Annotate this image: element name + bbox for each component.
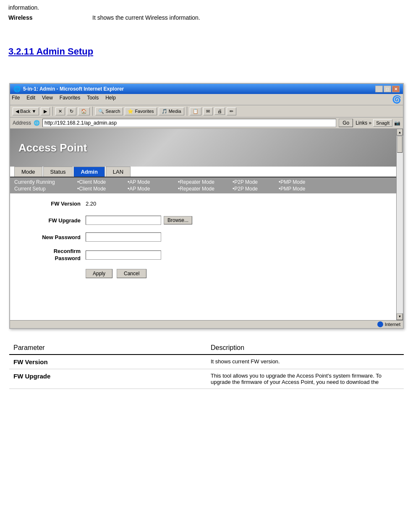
fw-version-label: FW Version <box>18 201 86 207</box>
browser-window: 🌐 5-in-1: Admin - Microsoft Internet Exp… <box>9 83 404 329</box>
mail-button[interactable]: ✉ <box>203 107 213 115</box>
ie-icon: 🌐 <box>13 86 21 92</box>
section-heading: 3.2.11 Admin Setup <box>8 46 405 57</box>
scroll-up-button[interactable]: ▲ <box>397 129 403 136</box>
apply-button[interactable]: Apply <box>86 269 112 278</box>
snagit-button[interactable]: SnagIt <box>373 119 392 127</box>
new-password-row: New Password <box>18 231 388 243</box>
new-password-input[interactable] <box>86 232 161 242</box>
mode-pmp2: •PMP Mode <box>279 186 305 192</box>
params-table: Parameter Description FW Version It show… <box>9 342 404 389</box>
browser-menubar: File Edit View Favorites Tools Help 🌀 <box>10 94 403 105</box>
history-button[interactable]: 📋 <box>190 107 201 115</box>
reconfirm-row: ReconfirmPassword <box>18 248 388 262</box>
mode-p2p1: •P2P Mode <box>233 179 270 185</box>
new-password-label: New Password <box>18 234 86 240</box>
param-fw-version: FW Version <box>9 355 206 369</box>
menu-favorites[interactable]: Favorites <box>60 95 80 104</box>
content-spacer <box>10 287 396 320</box>
action-row: Apply Cancel <box>86 269 388 278</box>
menu-file[interactable]: File <box>12 95 20 104</box>
globe-icon <box>377 321 383 327</box>
ap-title: Access Point <box>18 141 87 154</box>
print-button[interactable]: 🖨 <box>214 107 225 115</box>
wireless-label: Wireless <box>8 14 76 21</box>
table-row: FW Version It shows current FW version. <box>9 355 404 369</box>
desc-fw-upgrade: This tool allows you to upgrade the Acce… <box>206 369 404 389</box>
minimize-button[interactable]: _ <box>375 86 383 92</box>
scroll-thumb[interactable] <box>397 136 403 153</box>
search-button[interactable]: 🔍 Search <box>95 107 123 115</box>
mode-repeater2: •Repeater Mode <box>178 186 224 192</box>
reconfirm-label: ReconfirmPassword <box>18 248 86 262</box>
mode-ap1: •AP Mode <box>128 179 170 185</box>
menu-help[interactable]: Help <box>105 95 116 104</box>
tabs-bar: Mode Status Admin LAN <box>10 167 396 177</box>
cancel-button[interactable]: Cancel <box>117 269 146 278</box>
browser-toolbar: ◀ Back ▼ ▶ ✕ ↻ 🏠 🔍 Search ⭐ Favorites 🎵 … <box>10 105 403 117</box>
current-setup-label: Current Setup <box>14 186 69 192</box>
ie-logo-icon: 🌀 <box>392 95 401 104</box>
col-param-header: Parameter <box>9 342 206 355</box>
mode-p2p2: •P2P Mode <box>233 186 270 192</box>
browser-title: 5-in-1: Admin - Microsoft Internet Explo… <box>23 86 124 92</box>
desc-fw-version: It shows current FW version. <box>206 355 404 369</box>
refresh-button[interactable]: ↻ <box>67 107 76 115</box>
menu-view[interactable]: View <box>42 95 53 104</box>
links-label: Links » <box>355 120 371 126</box>
stop-button[interactable]: ✕ <box>55 107 65 115</box>
browser-addressbar: Address 🌐 http://192.168.2.1/ap_admin.as… <box>10 117 403 129</box>
internet-label: Internet <box>385 322 400 327</box>
table-row: FW Upgrade This tool allows you to upgra… <box>9 369 404 389</box>
scroll-track <box>397 136 403 313</box>
mode-ap2: •AP Mode <box>128 186 170 192</box>
toolbar-separator <box>52 107 53 116</box>
favorites-button[interactable]: ⭐ Favorites <box>125 107 157 115</box>
back-button[interactable]: ◀ Back ▼ <box>13 107 39 115</box>
home-button[interactable]: 🏠 <box>78 107 90 115</box>
fw-version-row: FW Version 2.20 <box>18 198 388 209</box>
reconfirm-input[interactable] <box>86 250 161 260</box>
tab-mode[interactable]: Mode <box>14 167 42 177</box>
edit-button[interactable]: ✏ <box>227 107 236 115</box>
fw-upgrade-input[interactable] <box>86 216 161 225</box>
address-input[interactable]: http://192.168.2.1/ap_admin.asp <box>42 119 336 127</box>
col-desc-header: Description <box>206 342 404 355</box>
forward-button[interactable]: ▶ <box>41 107 50 115</box>
form-area: FW Version 2.20 FW Upgrade Browse... New… <box>10 193 396 287</box>
ap-header: Access Point <box>10 129 396 167</box>
snagit-icon: 📷 <box>394 120 400 126</box>
tab-lan[interactable]: LAN <box>106 167 131 177</box>
browser-content-area: Access Point Mode Status Admin LAN Curre… <box>10 129 403 320</box>
browser-titlebar: 🌐 5-in-1: Admin - Microsoft Internet Exp… <box>10 84 403 94</box>
fw-upgrade-row: FW Upgrade Browse... <box>18 214 388 226</box>
media-button[interactable]: 🎵 Media <box>159 107 184 115</box>
links-area: Links » SnagIt 📷 <box>355 119 400 127</box>
mode-pmp1: •PMP Mode <box>279 179 305 185</box>
mode-repeater1: •Repeater Mode <box>178 179 224 185</box>
menu-tools[interactable]: Tools <box>87 95 99 104</box>
main-content: Access Point Mode Status Admin LAN Curre… <box>10 129 396 320</box>
tab-admin[interactable]: Admin <box>73 167 105 177</box>
titlebar-left: 🌐 5-in-1: Admin - Microsoft Internet Exp… <box>13 86 124 92</box>
close-button[interactable]: ✕ <box>392 86 400 92</box>
browse-button[interactable]: Browse... <box>164 216 192 224</box>
fw-upgrade-label: FW Upgrade <box>18 217 86 224</box>
fw-version-value: 2.20 <box>86 201 96 207</box>
scrollbar[interactable]: ▲ ▼ <box>396 129 403 320</box>
maximize-button[interactable]: □ <box>384 86 391 92</box>
address-label: Address <box>13 120 31 126</box>
go-button[interactable]: Go <box>339 119 353 127</box>
menu-edit[interactable]: Edit <box>26 95 35 104</box>
internet-zone: Internet <box>377 321 400 327</box>
mode-client2: •Client Mode <box>77 186 119 192</box>
toolbar-separator3 <box>187 107 187 116</box>
scroll-down-button[interactable]: ▼ <box>397 313 403 320</box>
win-controls: _ □ ✕ <box>375 86 400 92</box>
tab-status[interactable]: Status <box>43 167 73 177</box>
mode-client1: •Client Mode <box>77 179 119 185</box>
top-text: information. <box>8 4 405 11</box>
currently-running-label: Currently Running <box>14 179 69 185</box>
toolbar-separator2 <box>92 107 93 116</box>
wireless-desc: It shows the current Wireless informatio… <box>92 14 200 21</box>
